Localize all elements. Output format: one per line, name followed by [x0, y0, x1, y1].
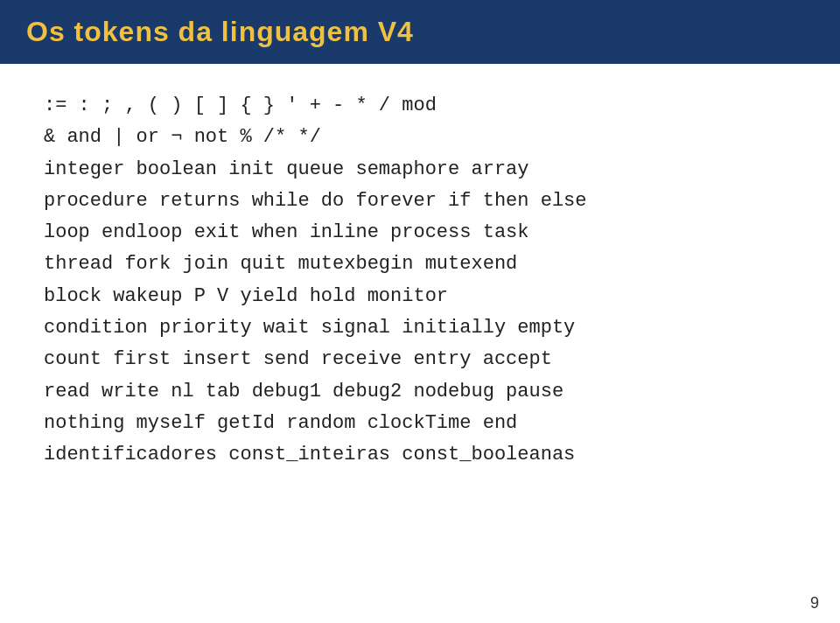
- line-3: integer boolean init queue semaphore arr…: [44, 154, 796, 186]
- slide-content: := : ; , ( ) [ ] { } ' + - * / mod & and…: [0, 64, 840, 489]
- line-2: & and | or ¬ not % /* */: [44, 122, 796, 153]
- line-8: condition priority wait signal initially…: [44, 312, 796, 344]
- slide-header: Os tokens da linguagem V4: [0, 0, 840, 64]
- line-5: loop endloop exit when inline process ta…: [44, 217, 796, 248]
- line-9: count first insert send receive entry ac…: [44, 344, 796, 375]
- line-4: procedure returns while do forever if th…: [44, 186, 796, 217]
- line-12: identificadores const_inteiras const_boo…: [44, 439, 796, 471]
- line-1: := : ; , ( ) [ ] { } ' + - * / mod: [44, 90, 796, 122]
- line-11: nothing myself getId random clockTime en…: [44, 408, 796, 439]
- line-6: thread fork join quit mutexbegin mutexen…: [44, 248, 796, 280]
- line-7: block wakeup P V yield hold monitor: [44, 281, 796, 312]
- line-10: read write nl tab debug1 debug2 nodebug …: [44, 376, 796, 408]
- page-number: 9: [810, 594, 819, 612]
- slide-title: Os tokens da linguagem V4: [26, 16, 414, 47]
- tokens-body: := : ; , ( ) [ ] { } ' + - * / mod & and…: [44, 90, 796, 472]
